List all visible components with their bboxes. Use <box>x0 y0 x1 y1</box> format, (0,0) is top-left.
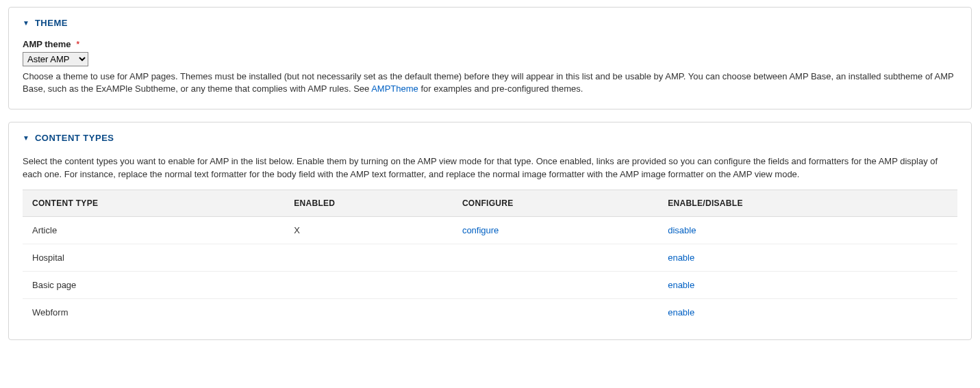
amp-theme-description: Choose a theme to use for AMP pages. The… <box>23 70 957 95</box>
required-star: * <box>76 39 79 49</box>
table-row: Webform enable <box>23 299 957 326</box>
collapse-arrow-icon: ▼ <box>23 19 29 27</box>
collapse-arrow-icon: ▼ <box>23 134 29 142</box>
amptheme-link[interactable]: AMPTheme <box>371 83 418 94</box>
content-types-panel-toggle[interactable]: ▼ CONTENT TYPES <box>23 133 114 143</box>
toggle-link[interactable]: enable <box>668 280 694 290</box>
content-types-panel-title: CONTENT TYPES <box>35 133 114 143</box>
theme-panel: ▼ THEME AMP theme * Aster AMP Choose a t… <box>8 7 972 109</box>
theme-panel-title: THEME <box>35 18 68 28</box>
col-configure: CONFIGURE <box>453 190 658 217</box>
content-types-panel: ▼ CONTENT TYPES Select the content types… <box>8 122 972 340</box>
ct-enabled <box>284 299 453 326</box>
theme-panel-toggle[interactable]: ▼ THEME <box>23 18 68 28</box>
ct-name: Webform <box>23 299 284 326</box>
ct-enabled: X <box>284 217 453 244</box>
ct-name: Article <box>23 217 284 244</box>
ct-enabled <box>284 244 453 272</box>
desc-after: for examples and pre-configured themes. <box>418 83 583 94</box>
content-types-intro: Select the content types you want to ena… <box>23 155 957 181</box>
toggle-link[interactable]: enable <box>668 307 694 318</box>
table-row: Hospital enable <box>23 244 957 272</box>
amp-theme-select[interactable]: Aster AMP <box>23 52 88 66</box>
content-types-table: CONTENT TYPE ENABLED CONFIGURE ENABLE/DI… <box>23 190 957 326</box>
table-row: Basic page enable <box>23 272 957 299</box>
col-enable-disable: ENABLE/DISABLE <box>658 190 957 217</box>
toggle-link[interactable]: disable <box>668 225 696 235</box>
ct-name: Basic page <box>23 272 284 299</box>
table-row: Article X configure disable <box>23 217 957 244</box>
col-enabled: ENABLED <box>284 190 453 217</box>
table-header-row: CONTENT TYPE ENABLED CONFIGURE ENABLE/DI… <box>23 190 957 217</box>
configure-link[interactable]: configure <box>462 225 499 235</box>
ct-enabled <box>284 272 453 299</box>
amp-theme-label-text: AMP theme <box>23 39 71 49</box>
ct-name: Hospital <box>23 244 284 272</box>
col-content-type: CONTENT TYPE <box>23 190 284 217</box>
amp-theme-label: AMP theme * <box>23 39 957 49</box>
toggle-link[interactable]: enable <box>668 253 694 263</box>
